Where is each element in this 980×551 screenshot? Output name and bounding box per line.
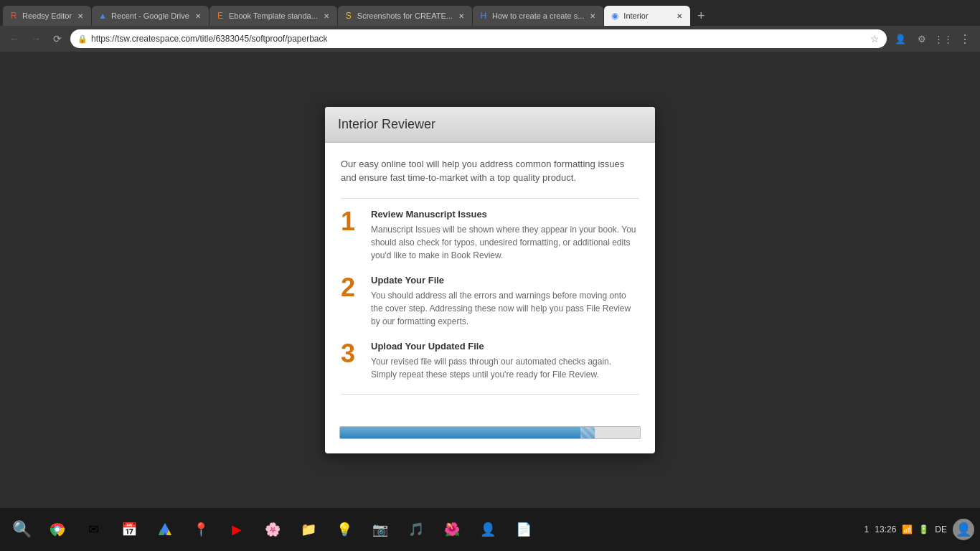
tab-screenshots-close[interactable]: ✕: [456, 11, 466, 21]
tab-interior[interactable]: ◉ Interior ✕: [604, 6, 690, 26]
progress-bar-outer: [339, 426, 641, 439]
divider-top: [341, 198, 639, 199]
tab-drive-title: Recent - Google Drive: [111, 11, 189, 20]
tab-drive-close[interactable]: ✕: [193, 11, 203, 21]
tab-screenshots-title: Screenshots for CREATE...: [357, 11, 453, 20]
taskbar-docs[interactable]: 📄: [508, 514, 540, 545]
reviewer-title: Interior Reviewer: [338, 117, 642, 132]
tab-howto[interactable]: H How to create a create s... ✕: [473, 6, 603, 26]
reedsy-favicon: R: [9, 11, 19, 21]
taskbar-youtube[interactable]: ▶: [221, 514, 253, 545]
progress-area: [325, 419, 655, 453]
user-avatar: 👤: [953, 519, 974, 540]
step-2: 2 Update Your File You should address al…: [341, 275, 639, 328]
step-2-number: 2: [341, 275, 361, 301]
taskbar-camera[interactable]: 📷: [364, 514, 396, 545]
tray-number: 1: [864, 524, 870, 534]
taskbar-photos[interactable]: 🌸: [257, 514, 288, 545]
tab-screenshots[interactable]: S Screenshots for CREATE... ✕: [338, 6, 472, 26]
step-2-title: Update Your File: [371, 275, 639, 286]
browser-chrome: R Reedsy Editor ✕ ▲ Recent - Google Driv…: [0, 0, 980, 52]
taskbar-music[interactable]: 🎵: [400, 514, 432, 545]
url-bar[interactable]: 🔒 https://tsw.createspace.com/title/6383…: [70, 29, 887, 48]
reviewer-body: Our easy online tool will help you addre…: [325, 143, 655, 419]
reviewer-header: Interior Reviewer: [325, 107, 655, 143]
taskbar-gmail[interactable]: ✉: [77, 514, 109, 545]
tab-reedsy-title: Reedsy Editor: [22, 11, 72, 20]
tab-howto-title: How to create a create s...: [492, 11, 584, 20]
tray-count: 1: [864, 524, 870, 534]
taskbar-keep[interactable]: 💡: [329, 514, 360, 545]
step-1-desc: Manuscript Issues will be shown where th…: [371, 223, 639, 262]
reviewer-panel: Interior Reviewer Our easy online tool w…: [325, 107, 655, 453]
step-2-desc: You should address all the errors and wa…: [371, 289, 639, 328]
toolbar-icons: 👤 ⚙ ⋮⋮ ⋮: [891, 29, 974, 48]
taskbar-search[interactable]: 🔍: [6, 514, 37, 545]
tab-bar: R Reedsy Editor ✕ ▲ Recent - Google Driv…: [0, 0, 980, 26]
taskbar-contacts[interactable]: 👤: [472, 514, 504, 545]
step-3-title: Upload Your Updated File: [371, 341, 639, 352]
extensions-icon[interactable]: ⚙: [913, 29, 931, 48]
url-text: https://tsw.createspace.com/title/638304…: [91, 34, 867, 44]
reload-button[interactable]: ⟳: [49, 30, 66, 47]
new-tab-button[interactable]: +: [691, 6, 711, 26]
taskbar-drive[interactable]: [149, 514, 181, 545]
step-3: 3 Upload Your Updated File Your revised …: [341, 341, 639, 381]
tab-reedsy-close[interactable]: ✕: [75, 11, 85, 21]
wifi-icon: 📶: [902, 524, 913, 534]
step-1-content: Review Manuscript Issues Manuscript Issu…: [371, 209, 639, 262]
ebook-favicon: E: [215, 11, 225, 21]
forward-button[interactable]: →: [27, 30, 44, 47]
intro-text: Our easy online tool will help you addre…: [341, 157, 639, 185]
tab-ebook-close[interactable]: ✕: [321, 11, 331, 21]
battery-icon: 🔋: [918, 524, 929, 534]
grid-icon[interactable]: ⋮⋮: [934, 29, 953, 48]
step-3-number: 3: [341, 341, 361, 367]
step-1-number: 1: [341, 209, 361, 235]
tab-drive[interactable]: ▲ Recent - Google Drive ✕: [92, 6, 209, 26]
chrome-menu-button[interactable]: ⋮: [956, 29, 974, 48]
system-tray: 1 13:26 📶 🔋 DE 👤: [864, 519, 974, 540]
taskbar-calendar[interactable]: 📅: [113, 514, 145, 545]
tab-ebook[interactable]: E Ebook Template standa... ✕: [209, 6, 337, 26]
lock-icon: 🔒: [77, 34, 88, 44]
bookmark-star-icon[interactable]: ☆: [870, 33, 880, 44]
main-content: Interior Reviewer Our easy online tool w…: [0, 52, 980, 508]
divider-bottom: [341, 394, 639, 395]
taskbar: 🔍 ✉ 📅 📍 ▶ 🌸 📁 💡 📷 🎵 🌺 👤 📄 1 1: [0, 508, 980, 551]
screenshots-favicon: S: [344, 11, 354, 21]
drive-favicon: ▲: [98, 11, 108, 21]
step-1-title: Review Manuscript Issues: [371, 209, 639, 220]
taskbar-files[interactable]: 📁: [293, 514, 324, 545]
step-1: 1 Review Manuscript Issues Manuscript Is…: [341, 209, 639, 262]
step-3-content: Upload Your Updated File Your revised fi…: [371, 341, 639, 381]
tray-time: 13:26: [875, 524, 896, 534]
taskbar-chrome[interactable]: [42, 514, 73, 545]
progress-stripe: [580, 427, 595, 438]
address-bar: ← → ⟳ 🔒 https://tsw.createspace.com/titl…: [0, 26, 980, 52]
user-profile-icon[interactable]: 👤: [891, 29, 910, 48]
howto-favicon: H: [479, 11, 489, 21]
interior-favicon: ◉: [610, 11, 620, 21]
tab-howto-close[interactable]: ✕: [588, 11, 598, 21]
tab-interior-title: Interior: [623, 11, 671, 20]
locale-label: DE: [935, 524, 947, 534]
tab-ebook-title: Ebook Template standa...: [229, 11, 318, 20]
tab-interior-close[interactable]: ✕: [674, 11, 684, 21]
step-2-content: Update Your File You should address all …: [371, 275, 639, 328]
taskbar-maps[interactable]: 📍: [185, 514, 217, 545]
taskbar-google-plus[interactable]: 🌺: [436, 514, 468, 545]
back-button[interactable]: ←: [6, 30, 23, 47]
tab-reedsy[interactable]: R Reedsy Editor ✕: [3, 6, 91, 26]
svg-point-2: [55, 527, 60, 532]
step-3-desc: Your revised file will pass through our …: [371, 355, 639, 381]
progress-bar-inner: [340, 427, 595, 438]
